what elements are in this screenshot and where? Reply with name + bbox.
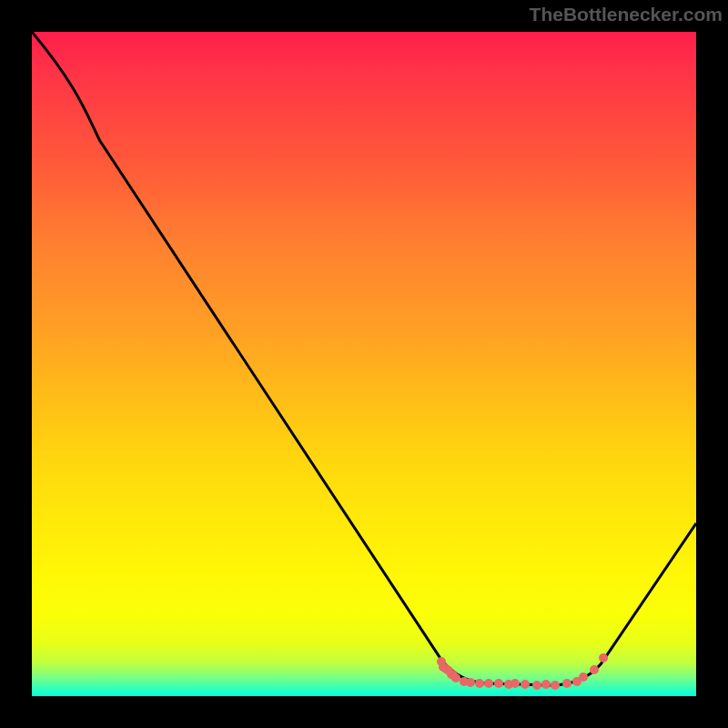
plot-area: [32, 32, 696, 696]
marker-point: [532, 681, 541, 690]
marker-point: [451, 673, 460, 682]
chart-container: TheBottlenecker.com: [0, 0, 728, 728]
marker-point: [551, 681, 560, 690]
marker-point: [521, 680, 530, 689]
marker-point: [484, 679, 493, 688]
marker-point: [494, 679, 503, 688]
watermark-text: TheBottlenecker.com: [530, 4, 723, 25]
marker-point: [562, 679, 571, 688]
marker-point: [511, 679, 520, 688]
curve-overlay: [32, 32, 696, 696]
bottleneck-curve: [32, 32, 696, 685]
optimal-zone-markers: [437, 653, 608, 690]
marker-point: [466, 678, 475, 687]
marker-point: [590, 665, 599, 674]
marker-point: [579, 672, 588, 682]
marker-point: [475, 679, 484, 688]
marker-point: [541, 680, 551, 689]
marker-point: [599, 653, 608, 662]
